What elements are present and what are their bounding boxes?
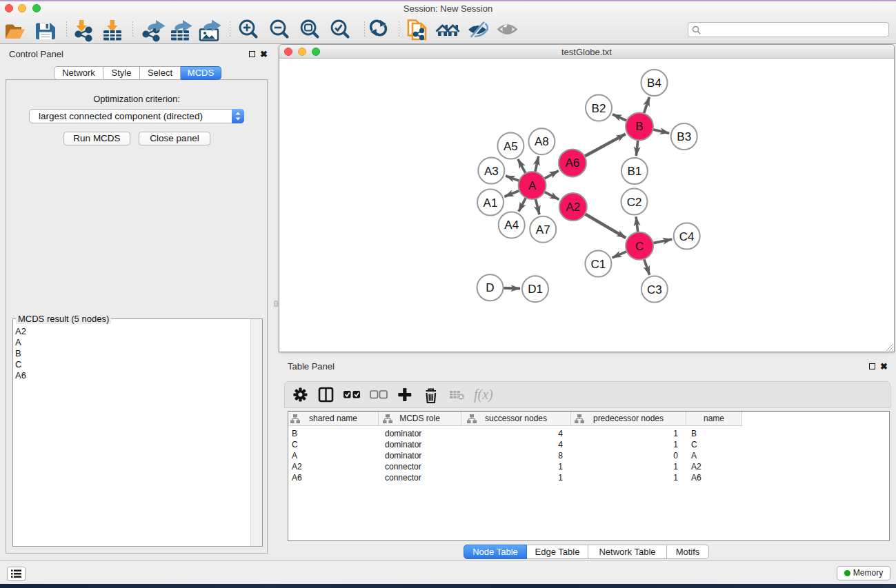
svg-text:f(x): f(x) [474,387,493,403]
svg-text:A6: A6 [566,156,580,170]
svg-text:A1: A1 [484,196,498,210]
svg-text:C3: C3 [647,283,662,296]
svg-text:A5: A5 [504,140,518,153]
svg-text:C2: C2 [627,196,642,209]
svg-text:B2: B2 [592,102,606,115]
svg-text:A3: A3 [484,165,499,178]
svg-text:A7: A7 [536,223,550,236]
svg-text:A8: A8 [535,135,549,148]
svg-text:D1: D1 [528,283,543,296]
svg-text:D: D [486,281,494,294]
svg-text:B3: B3 [677,130,691,143]
svg-text:B1: B1 [628,165,642,178]
svg-text:A4: A4 [504,219,519,232]
svg-text:A2: A2 [566,201,580,214]
svg-text:A: A [528,179,537,192]
svg-text:B: B [635,120,643,133]
svg-text:C1: C1 [591,258,606,271]
svg-text:C4: C4 [679,230,695,243]
svg-text:B4: B4 [647,77,661,90]
svg-text:C: C [635,240,644,253]
